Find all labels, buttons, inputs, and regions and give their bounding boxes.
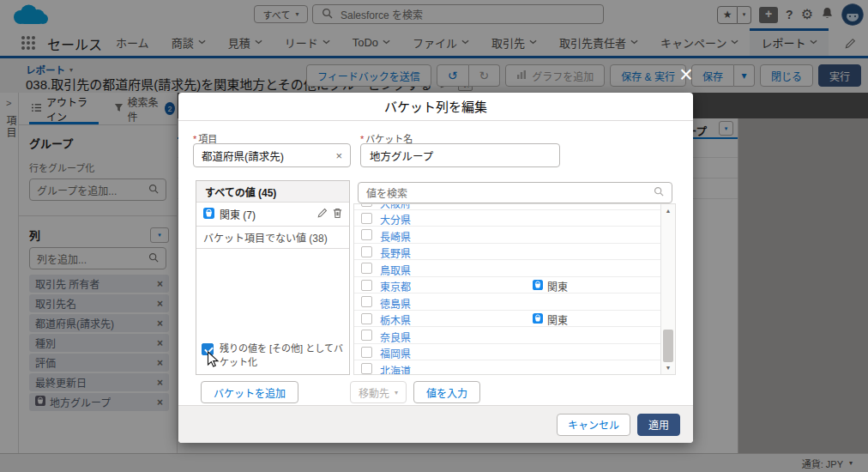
value-list-rows: 大阪府大分県長崎県長野県鳥取県東京都関東徳島県栃木県関東奈良県福岡県北海道 bbox=[354, 204, 660, 374]
value-row: 東京都関東 bbox=[354, 277, 660, 294]
value-checkbox[interactable] bbox=[361, 313, 372, 324]
scroll-up-icon[interactable]: ▲ bbox=[661, 205, 675, 216]
modal-close-icon[interactable]: × bbox=[679, 64, 693, 87]
add-bucket-button[interactable]: バケットを追加 bbox=[201, 381, 298, 403]
value-checkbox[interactable] bbox=[361, 246, 372, 257]
search-icon bbox=[654, 186, 664, 199]
value-link[interactable]: 長野県 bbox=[380, 245, 411, 260]
value-bucket-tag: 関東 bbox=[533, 312, 568, 327]
bucket-name-input[interactable]: 地方グループ bbox=[360, 143, 560, 167]
other-bucket-label: 残りの値を [その他] としてバケット化 bbox=[220, 342, 344, 369]
value-row: 栃木県関東 bbox=[354, 311, 660, 328]
value-link[interactable]: 奈良県 bbox=[380, 330, 411, 344]
mouse-cursor bbox=[207, 351, 220, 372]
value-checkbox[interactable] bbox=[361, 330, 372, 341]
edit-bucket-pencil-icon[interactable] bbox=[317, 208, 328, 221]
value-row: 福岡県 bbox=[354, 344, 660, 361]
value-checkbox[interactable] bbox=[361, 347, 372, 358]
value-search-input[interactable]: 値を検索 bbox=[358, 182, 672, 203]
delete-bucket-trash-icon[interactable] bbox=[333, 208, 342, 221]
scrollbar-thumb[interactable] bbox=[663, 330, 673, 362]
value-row: 大分県 bbox=[354, 210, 660, 227]
edit-bucket-modal: バケット列を編集 *項目 *バケット名 都道府県(請求先) × 地方グループ す… bbox=[178, 93, 693, 443]
bucket-icon bbox=[203, 208, 214, 221]
value-bucket-tag: 関東 bbox=[533, 279, 568, 293]
value-link[interactable]: 福岡県 bbox=[380, 346, 411, 360]
value-checkbox[interactable] bbox=[361, 280, 372, 291]
bucket-icon bbox=[533, 313, 543, 326]
value-row: 奈良県 bbox=[354, 327, 660, 344]
chevron-down-icon: ▾ bbox=[395, 389, 398, 396]
value-search-placeholder: 値を検索 bbox=[366, 185, 407, 200]
value-list: 大阪府大分県長崎県長野県鳥取県東京都関東徳島県栃木県関東奈良県福岡県北海道 ▲ … bbox=[353, 203, 676, 375]
enter-values-button[interactable]: 値を入力 bbox=[413, 381, 480, 403]
value-checkbox[interactable] bbox=[361, 263, 372, 274]
screen: すべて ▾ Salesforce を検索 ★ ▾ + ? ⚙ bbox=[0, 0, 868, 472]
value-row: 徳島県 bbox=[354, 293, 660, 311]
value-link[interactable]: 鳥取県 bbox=[380, 263, 411, 277]
value-checkbox[interactable] bbox=[361, 296, 372, 307]
unbucketed-values-row[interactable]: バケット項目でない値 (38) bbox=[196, 227, 349, 249]
field-combobox[interactable]: 都道府県(請求先) × bbox=[193, 143, 351, 167]
value-link[interactable]: 徳島県 bbox=[380, 296, 411, 311]
value-link[interactable]: 北海道 bbox=[380, 363, 411, 375]
field-value: 都道府県(請求先) bbox=[202, 148, 284, 164]
modal-footer: キャンセル 適用 bbox=[178, 405, 693, 443]
bucket-icon bbox=[533, 280, 543, 293]
move-to-button: 移動先▾ bbox=[350, 381, 407, 403]
value-checkbox[interactable] bbox=[361, 229, 372, 240]
value-link[interactable]: 栃木県 bbox=[380, 312, 411, 327]
buckets-panel: すべての値 (45) 関東 (7) バケット項目でない値 (38) 残りの値を … bbox=[196, 180, 350, 375]
value-row: 長野県 bbox=[354, 244, 660, 261]
bucket-row-label: 関東 (7) bbox=[220, 207, 256, 221]
apply-button[interactable]: 適用 bbox=[637, 414, 680, 436]
all-values-header: すべての値 (45) bbox=[196, 181, 349, 203]
clear-field-icon[interactable]: × bbox=[335, 149, 342, 162]
bucket-row-kanto[interactable]: 関東 (7) bbox=[196, 203, 349, 227]
scrollbar[interactable]: ▲ ▼ bbox=[660, 204, 675, 374]
value-checkbox[interactable] bbox=[361, 363, 372, 374]
modal-title: バケット列を編集 bbox=[178, 93, 693, 121]
scroll-down-icon[interactable]: ▼ bbox=[661, 362, 675, 373]
value-link[interactable]: 長崎県 bbox=[380, 229, 411, 244]
value-row: 長崎県 bbox=[354, 227, 660, 244]
cancel-button[interactable]: キャンセル bbox=[557, 414, 630, 436]
value-link[interactable]: 大分県 bbox=[380, 212, 411, 227]
value-link[interactable]: 東京都 bbox=[380, 279, 411, 293]
bucket-name-value: 地方グループ bbox=[370, 148, 433, 164]
value-row: 鳥取県 bbox=[354, 260, 660, 277]
value-checkbox[interactable] bbox=[361, 213, 372, 224]
value-row: 北海道 bbox=[354, 360, 660, 374]
value-checkbox[interactable] bbox=[361, 204, 372, 207]
